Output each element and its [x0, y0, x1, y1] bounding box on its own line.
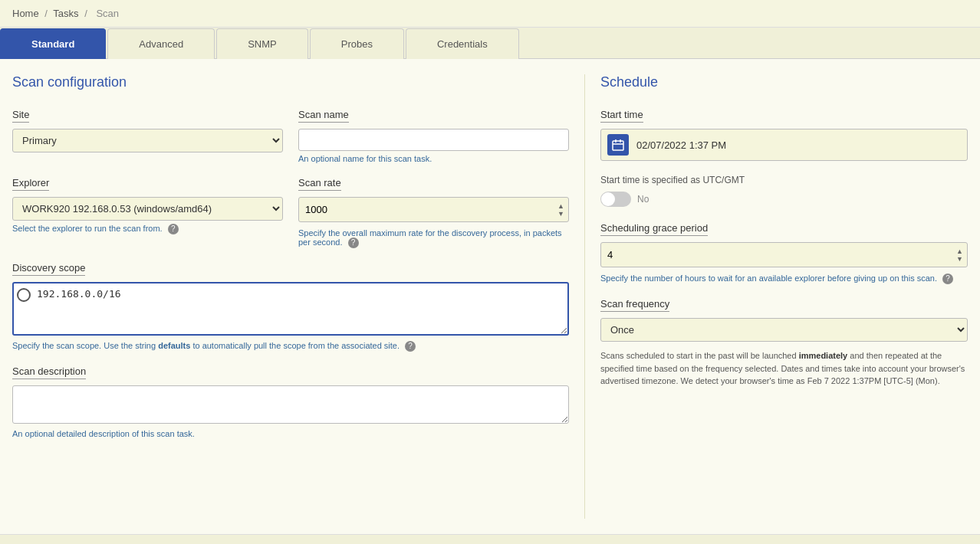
scan-rate-help-icon[interactable]: ?	[348, 238, 359, 248]
tab-advanced[interactable]: Advanced	[107, 28, 215, 59]
site-label: Site	[12, 109, 29, 123]
grace-period-wrapper: ▲ ▼	[600, 242, 968, 267]
discovery-scope-help: Specify the scan scope. Use the string d…	[12, 341, 569, 352]
explorer-help: Select the explorer to run the scan from…	[12, 224, 283, 234]
scan-rate-group: Scan rate ▲ ▼ Specify the overall maximu…	[298, 177, 569, 248]
tab-standard[interactable]: Standard	[0, 28, 106, 59]
explorer-label: Explorer	[12, 177, 49, 191]
tab-bar: Standard Advanced SNMP Probes Credential…	[0, 28, 980, 59]
discovery-scope-group: Discovery scope 192.168.0.0/16 Specify t…	[12, 262, 569, 352]
toggle-label: No	[637, 194, 649, 205]
scan-config-title: Scan configuration	[12, 74, 569, 93]
grace-period-label: Scheduling grace period	[600, 222, 708, 236]
tab-snmp[interactable]: SNMP	[216, 28, 308, 59]
scan-rate-down[interactable]: ▼	[557, 210, 564, 218]
tab-probes[interactable]: Probes	[310, 28, 404, 59]
utc-label: Start time is specified as UTC/GMT	[600, 175, 968, 185]
discovery-scope-help-icon[interactable]: ?	[405, 341, 416, 352]
scan-frequency-group: Scan frequency Once Scans scheduled to s…	[600, 298, 968, 388]
schedule-panel: Schedule Start time 02/07/2022 1:37 PM S…	[584, 74, 968, 519]
scan-rate-label: Scan rate	[298, 177, 341, 191]
grace-period-help-icon[interactable]: ?	[942, 274, 953, 284]
scan-name-label: Scan name	[298, 109, 349, 123]
tab-credentials[interactable]: Credentials	[406, 28, 519, 59]
datetime-picker[interactable]: 02/07/2022 1:37 PM	[600, 129, 968, 161]
utc-toggle[interactable]	[600, 192, 631, 207]
toggle-knob	[601, 192, 615, 206]
grace-period-group: Scheduling grace period ▲ ▼ Specify the …	[600, 222, 968, 284]
schedule-title: Schedule	[600, 74, 968, 93]
scan-frequency-select[interactable]: Once	[600, 318, 968, 342]
site-select[interactable]: Primary	[12, 129, 283, 152]
grace-period-help: Specify the number of hours to wait for …	[600, 274, 968, 284]
scan-name-group: Scan name An optional name for this scan…	[298, 109, 569, 163]
scan-desc-input[interactable]	[12, 385, 569, 424]
svg-rect-0	[613, 141, 623, 150]
frequency-note: Scans scheduled to start in the past wil…	[600, 349, 968, 388]
scan-frequency-label: Scan frequency	[600, 298, 669, 312]
utc-toggle-row: No	[600, 192, 968, 207]
discovery-scope-input[interactable]: 192.168.0.0/16	[12, 282, 569, 336]
explorer-group: Explorer WORK920 192.168.0.53 (windows/a…	[12, 177, 283, 248]
main-content: Scan configuration Site Primary Scan nam…	[0, 59, 980, 534]
explorer-select[interactable]: WORK920 192.168.0.53 (windows/amd64)	[12, 197, 283, 221]
scan-rate-arrows: ▲ ▼	[557, 202, 564, 218]
scan-desc-label: Scan description	[12, 365, 86, 379]
scan-name-input[interactable]	[298, 129, 569, 151]
start-time-group: Start time 02/07/2022 1:37 PM	[600, 109, 968, 161]
start-time-label: Start time	[600, 109, 643, 123]
breadcrumb: Home / Tasks / Scan	[0, 0, 980, 28]
breadcrumb-sep1: /	[44, 8, 48, 19]
grace-period-input[interactable]	[600, 242, 968, 267]
scan-desc-help: An optional detailed description of this…	[12, 429, 569, 438]
breadcrumb-home[interactable]: Home	[12, 8, 39, 19]
discovery-scope-label: Discovery scope	[12, 262, 85, 276]
grace-period-down[interactable]: ▼	[956, 255, 963, 263]
breadcrumb-sep2: /	[84, 8, 87, 19]
scan-rate-up[interactable]: ▲	[557, 202, 564, 210]
scan-desc-group: Scan description An optional detailed de…	[12, 365, 569, 438]
breadcrumb-tasks[interactable]: Tasks	[53, 8, 78, 19]
grace-period-arrows: ▲ ▼	[956, 247, 963, 263]
calendar-icon	[607, 134, 629, 156]
scan-rate-input[interactable]	[298, 197, 569, 222]
scope-circle-indicator	[17, 288, 31, 302]
breadcrumb-scan: Scan	[96, 8, 119, 19]
site-group: Site Primary	[12, 109, 283, 163]
explorer-help-icon[interactable]: ?	[168, 224, 179, 234]
scan-name-help: An optional name for this scan task.	[298, 154, 569, 163]
scan-config-panel: Scan configuration Site Primary Scan nam…	[12, 74, 569, 519]
grace-period-up[interactable]: ▲	[956, 247, 963, 255]
datetime-value: 02/07/2022 1:37 PM	[636, 139, 726, 151]
scan-rate-wrapper: ▲ ▼	[298, 197, 569, 222]
scan-rate-help: Specify the overall maximum rate for the…	[298, 228, 569, 248]
bottom-bar: Initialize Scan Back	[0, 534, 980, 544]
